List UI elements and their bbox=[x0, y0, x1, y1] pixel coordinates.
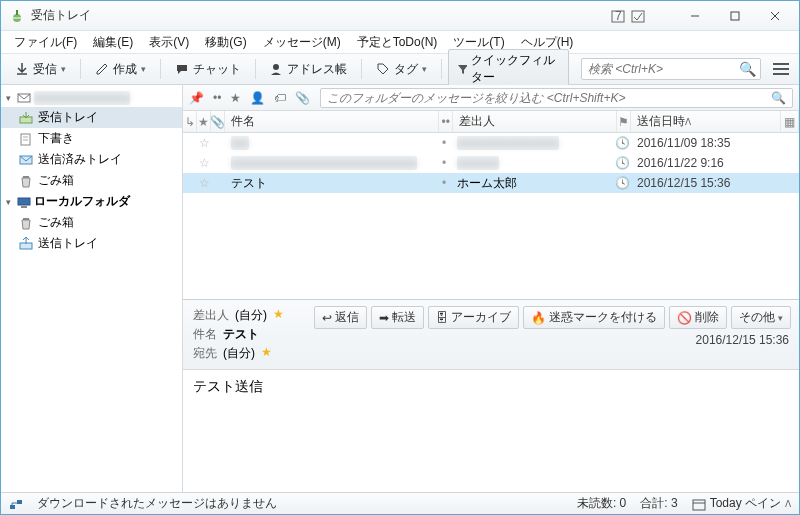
svg-rect-16 bbox=[23, 176, 29, 178]
compose-button[interactable]: 作成▾ bbox=[87, 57, 154, 82]
receive-button[interactable]: 受信▾ bbox=[7, 57, 74, 82]
message-header-pane: 差出人 (自分)★ 件名 テスト 宛先 (自分)★ ↩返信 ➡転送 🗄アーカイブ… bbox=[183, 299, 799, 369]
trash-icon bbox=[19, 174, 33, 188]
calendar-a-icon[interactable]: 7 bbox=[611, 9, 625, 23]
app-icon bbox=[9, 8, 25, 24]
menu-go[interactable]: 移動(G) bbox=[198, 32, 253, 53]
inbox-icon bbox=[19, 111, 33, 125]
junk-button[interactable]: 🔥迷惑マークを付ける bbox=[523, 306, 665, 329]
col-thread[interactable]: ↳ bbox=[183, 111, 197, 132]
chat-button[interactable]: チャット bbox=[167, 57, 249, 82]
contact-filter-icon[interactable]: 👤 bbox=[250, 91, 265, 105]
forward-button[interactable]: ➡転送 bbox=[371, 306, 424, 329]
message-actions: ↩返信 ➡転送 🗄アーカイブ 🔥迷惑マークを付ける 🚫削除 その他▾ bbox=[314, 306, 791, 329]
message-row-selected[interactable]: ☆ テスト • ホーム太郎 🕓 2016/12/15 15:36 bbox=[183, 173, 799, 193]
col-picker[interactable]: ▦ bbox=[781, 111, 799, 132]
menu-file[interactable]: ファイル(F) bbox=[7, 32, 84, 53]
minimize-button[interactable] bbox=[675, 5, 715, 27]
person-icon bbox=[269, 62, 283, 76]
flame-icon: 🔥 bbox=[531, 311, 546, 325]
total-count: 合計: 3 bbox=[640, 495, 677, 512]
toolbar: 受信▾ 作成▾ チャット アドレス帳 タグ▾ クイックフィルター 🔍 bbox=[1, 53, 799, 85]
funnel-icon bbox=[457, 63, 467, 75]
svg-rect-21 bbox=[10, 505, 15, 509]
pencil-icon bbox=[95, 62, 109, 76]
star-icon[interactable]: ★ bbox=[261, 345, 272, 362]
chevron-down-icon: ▾ bbox=[141, 64, 146, 74]
outbox-icon bbox=[19, 237, 33, 251]
folder-trash[interactable]: ごみ箱 bbox=[1, 170, 182, 191]
col-read[interactable]: •• bbox=[439, 111, 453, 132]
col-attach[interactable]: 📎 bbox=[211, 111, 225, 132]
delete-icon: 🚫 bbox=[677, 311, 692, 325]
folder-sent[interactable]: 送信済みトレイ bbox=[1, 149, 182, 170]
list-empty-area bbox=[183, 193, 799, 299]
reply-icon: ↩ bbox=[322, 311, 332, 325]
star-filter-icon[interactable]: ★ bbox=[230, 91, 241, 105]
col-junk[interactable]: ⚑ bbox=[617, 111, 631, 132]
close-button[interactable] bbox=[755, 5, 795, 27]
twisty-icon[interactable]: ▾ bbox=[3, 197, 14, 207]
quick-filter-row: 📌 •• ★ 👤 🏷 📎 🔍 bbox=[183, 85, 799, 111]
message-body[interactable]: テスト送信 bbox=[183, 369, 799, 492]
tag-icon bbox=[376, 62, 390, 76]
calendar-b-icon[interactable] bbox=[631, 9, 645, 23]
window-title: 受信トレイ bbox=[31, 7, 91, 24]
main-area: ▾ xxxxxxxxxxxxxxxx 受信トレイ 下書き 送信済みトレイ ごみ箱… bbox=[1, 85, 799, 492]
maximize-button[interactable] bbox=[715, 5, 755, 27]
col-star[interactable]: ★ bbox=[197, 111, 211, 132]
col-subject[interactable]: 件名 bbox=[225, 111, 439, 132]
attachment-filter-icon[interactable]: 📎 bbox=[295, 91, 310, 105]
drafts-icon bbox=[19, 132, 33, 146]
delete-button[interactable]: 🚫削除 bbox=[669, 306, 727, 329]
mail-account-icon bbox=[17, 91, 31, 105]
menu-message[interactable]: メッセージ(M) bbox=[256, 32, 348, 53]
local-folders-node[interactable]: ▾ ローカルフォルダ bbox=[1, 191, 182, 212]
folder-tree[interactable]: ▾ xxxxxxxxxxxxxxxx 受信トレイ 下書き 送信済みトレイ ごみ箱… bbox=[1, 85, 183, 492]
addressbook-button[interactable]: アドレス帳 bbox=[261, 57, 355, 82]
folder-inbox[interactable]: 受信トレイ bbox=[1, 107, 182, 128]
connection-icon[interactable] bbox=[9, 497, 23, 511]
trash-icon bbox=[19, 216, 33, 230]
main-menu-button[interactable] bbox=[769, 59, 793, 79]
tag-filter-icon[interactable]: 🏷 bbox=[274, 91, 286, 105]
unread-filter-icon[interactable]: •• bbox=[213, 91, 221, 105]
archive-button[interactable]: 🗄アーカイブ bbox=[428, 306, 519, 329]
column-headers[interactable]: ↳ ★ 📎 件名 •• 差出人 ⚑ 送信日時 ᐱ ▦ bbox=[183, 111, 799, 133]
svg-rect-5 bbox=[731, 12, 739, 20]
menu-view[interactable]: 表示(V) bbox=[142, 32, 196, 53]
message-row[interactable]: ☆ xxxxxxxxxxxxxxxxxxxxxxxxxxxxxxx • xxxx… bbox=[183, 153, 799, 173]
message-list[interactable]: ☆ xxx • xxxxxxxxxxxxxxxxx 🕓 2016/11/09 1… bbox=[183, 133, 799, 193]
twisty-icon[interactable]: ▾ bbox=[3, 93, 14, 103]
folder-drafts[interactable]: 下書き bbox=[1, 128, 182, 149]
col-from[interactable]: 差出人 bbox=[453, 111, 617, 132]
tag-button[interactable]: タグ▾ bbox=[368, 57, 435, 82]
statusbar: ダウンロードされたメッセージはありません 未読数: 0 合計: 3 Today … bbox=[1, 492, 799, 514]
reply-button[interactable]: ↩返信 bbox=[314, 306, 367, 329]
menu-todo[interactable]: 予定とToDo(N) bbox=[350, 32, 445, 53]
search-input[interactable]: 🔍 bbox=[581, 58, 761, 80]
message-row[interactable]: ☆ xxx • xxxxxxxxxxxxxxxxx 🕓 2016/11/09 1… bbox=[183, 133, 799, 153]
pin-icon[interactable]: 📌 bbox=[189, 91, 204, 105]
menu-edit[interactable]: 編集(E) bbox=[86, 32, 140, 53]
svg-rect-17 bbox=[18, 198, 30, 205]
search-field[interactable] bbox=[588, 62, 739, 76]
chat-icon bbox=[175, 62, 189, 76]
search-icon[interactable]: 🔍 bbox=[771, 91, 786, 105]
search-icon[interactable]: 🔍 bbox=[739, 61, 756, 77]
svg-rect-18 bbox=[21, 206, 27, 208]
svg-point-9 bbox=[273, 64, 279, 70]
header-date: 2016/12/15 15:36 bbox=[314, 329, 791, 351]
today-pane-toggle[interactable]: Today ペイン ᐱ bbox=[692, 495, 791, 512]
filter-input[interactable]: 🔍 bbox=[320, 88, 793, 108]
download-icon bbox=[15, 62, 29, 76]
folder-local-outbox[interactable]: 送信トレイ bbox=[1, 233, 182, 254]
folder-local-trash[interactable]: ごみ箱 bbox=[1, 212, 182, 233]
account-node[interactable]: ▾ xxxxxxxxxxxxxxxx bbox=[1, 89, 182, 107]
quick-filter-button[interactable]: クイックフィルター bbox=[448, 49, 569, 89]
other-button[interactable]: その他▾ bbox=[731, 306, 791, 329]
star-icon[interactable]: ★ bbox=[273, 307, 284, 324]
forward-icon: ➡ bbox=[379, 311, 389, 325]
calendar-icon bbox=[692, 497, 706, 511]
col-date[interactable]: 送信日時 ᐱ bbox=[631, 111, 781, 132]
